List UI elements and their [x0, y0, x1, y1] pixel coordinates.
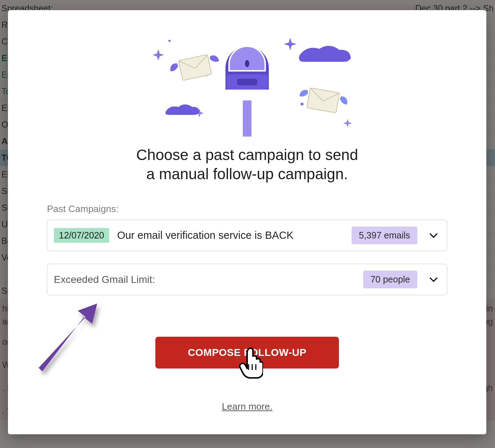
- past-campaigns-label: Past Campaigns:: [47, 203, 447, 215]
- compose-followup-button[interactable]: COMPOSE FOLLOW-UP: [155, 337, 339, 369]
- svg-rect-7: [237, 79, 257, 85]
- svg-point-0: [301, 103, 304, 105]
- svg-rect-3: [307, 88, 339, 113]
- annotation-arrow-icon: [31, 292, 118, 379]
- title-line2: a manual follow-up campaign.: [146, 165, 348, 182]
- svg-point-5: [245, 60, 249, 67]
- mailbox-illustration: [132, 28, 363, 137]
- campaign-select[interactable]: 12/07/2020 Our email verification servic…: [47, 220, 447, 251]
- title-line1: Choose a past campaign to send: [136, 146, 358, 163]
- segment-select[interactable]: Exceeded Gmail Limit: 70 people: [47, 264, 447, 295]
- segment-label: Exceeded Gmail Limit:: [54, 274, 355, 285]
- learn-more-link[interactable]: Learn more.: [222, 401, 272, 412]
- segment-count-pill: 70 people: [363, 271, 417, 288]
- svg-rect-4: [243, 100, 251, 137]
- chevron-down-icon: [430, 232, 438, 240]
- modal-title: Choose a past campaign to send a manual …: [136, 146, 358, 184]
- campaign-count-pill: 5,397 emails: [352, 227, 417, 244]
- chevron-down-icon: [430, 276, 438, 284]
- campaign-subject: Our email verification service is BACK: [117, 229, 344, 241]
- svg-point-1: [168, 40, 171, 42]
- campaign-date-badge: 12/07/2020: [54, 228, 109, 243]
- followup-modal: Choose a past campaign to send a manual …: [8, 10, 486, 434]
